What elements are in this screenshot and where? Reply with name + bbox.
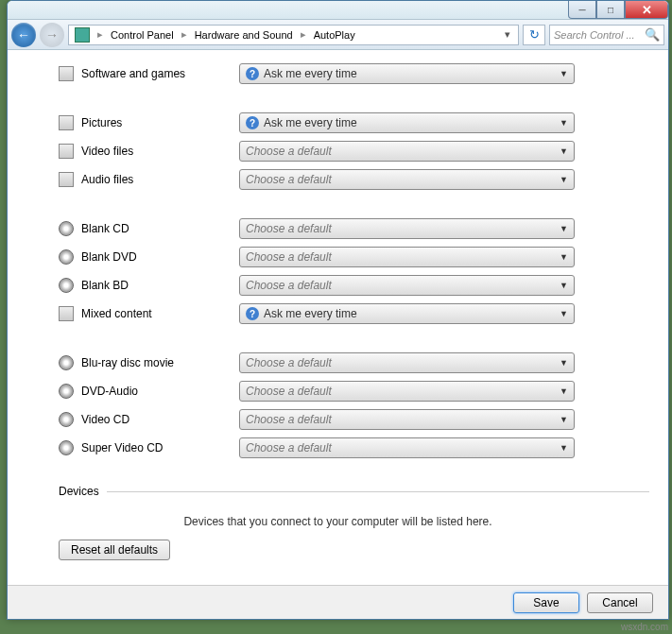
disc-icon (59, 249, 74, 265)
file-icon (59, 66, 74, 81)
maximize-button[interactable]: □ (596, 1, 625, 19)
breadcrumb[interactable]: ▸ Control Panel ▸ Hardware and Sound ▸ A… (68, 25, 519, 45)
row-label: DVD-Audio (81, 385, 138, 398)
action-dropdown[interactable]: Choose a default▼ (239, 218, 575, 239)
dropdown-value: Choose a default (246, 279, 332, 292)
dropdown-value: Choose a default (246, 222, 332, 235)
breadcrumb-item[interactable]: AutoPlay (310, 29, 359, 41)
titlebar[interactable]: ─ □ ✕ (8, 1, 668, 20)
row-label: Software and games (81, 67, 185, 80)
nav-back-button[interactable]: ← (11, 23, 36, 47)
row-label-area: Blank DVD (26, 249, 239, 265)
breadcrumb-dropdown-icon[interactable]: ▾ (499, 28, 516, 41)
reset-all-defaults-button[interactable]: Reset all defaults (59, 540, 170, 560)
action-dropdown[interactable]: Choose a default▼ (239, 352, 575, 373)
disc-icon (59, 440, 74, 455)
row-label: Pictures (81, 116, 122, 129)
disc-icon (59, 384, 74, 399)
footer-bar: Save Cancel (8, 585, 668, 619)
autoplay-row: Software and games?Ask me every time▼ (26, 60, 649, 88)
autoplay-row: Mixed content?Ask me every time▼ (26, 300, 649, 328)
autoplay-row: Super Video CDChoose a default▼ (26, 434, 649, 462)
chevron-down-icon: ▼ (560, 118, 568, 128)
row-label: Blank DVD (81, 250, 137, 264)
devices-heading: Devices (59, 485, 99, 498)
search-icon[interactable]: 🔍 (645, 27, 660, 42)
close-button[interactable]: ✕ (625, 1, 668, 19)
action-dropdown[interactable]: Choose a default▼ (239, 141, 575, 162)
control-panel-icon (75, 27, 90, 43)
refresh-button[interactable]: ↻ (523, 25, 545, 45)
autoplay-row: Video CDChoose a default▼ (26, 405, 649, 434)
file-icon (59, 115, 74, 130)
autoplay-row: DVD-AudioChoose a default▼ (26, 377, 649, 405)
dropdown-value: Choose a default (246, 250, 332, 264)
chevron-down-icon: ▼ (560, 146, 568, 156)
question-icon: ? (246, 67, 259, 80)
chevron-down-icon: ▼ (560, 358, 568, 368)
reset-row: Reset all defaults (26, 540, 649, 560)
devices-empty-message: Devices that you connect to your compute… (26, 515, 649, 528)
search-placeholder: Search Control ... (554, 29, 635, 41)
action-dropdown[interactable]: Choose a default▼ (239, 409, 575, 430)
chevron-right-icon[interactable]: ▸ (301, 28, 306, 41)
dropdown-value: Choose a default (246, 385, 332, 398)
action-dropdown[interactable]: ?Ask me every time▼ (239, 303, 575, 324)
action-dropdown[interactable]: Choose a default▼ (239, 381, 575, 402)
autoplay-row: Blu-ray disc movieChoose a default▼ (26, 349, 649, 377)
action-dropdown[interactable]: Choose a default▼ (239, 169, 575, 190)
chevron-right-icon[interactable]: ▸ (181, 28, 187, 41)
dropdown-value: Choose a default (246, 173, 332, 186)
action-dropdown[interactable]: Choose a default▼ (239, 247, 575, 267)
chevron-down-icon: ▼ (560, 309, 568, 318)
devices-section-header: Devices (26, 485, 649, 498)
content-area: Software and games?Ask me every time▼Pic… (8, 50, 668, 585)
row-label: Audio files (81, 173, 133, 186)
chevron-down-icon: ▼ (560, 386, 568, 396)
row-label: Super Video CD (81, 441, 164, 454)
chevron-down-icon: ▼ (560, 415, 568, 424)
row-label-area: DVD-Audio (26, 384, 239, 399)
disc-icon (59, 221, 74, 236)
watermark: wsxdn.com (621, 622, 668, 632)
dropdown-value: Choose a default (246, 413, 332, 426)
autoplay-row: Audio filesChoose a default▼ (26, 165, 649, 194)
row-label-area: Blank CD (26, 221, 239, 236)
action-dropdown[interactable]: ?Ask me every time▼ (239, 112, 575, 133)
action-dropdown[interactable]: ?Ask me every time▼ (239, 63, 575, 84)
save-button[interactable]: Save (513, 592, 579, 613)
nav-forward-button: → (40, 23, 64, 47)
action-dropdown[interactable]: Choose a default▼ (239, 275, 575, 296)
row-label-area: Pictures (26, 115, 239, 130)
dropdown-value: Choose a default (246, 356, 332, 369)
autoplay-row: Blank CDChoose a default▼ (26, 214, 649, 243)
row-label: Mixed content (81, 307, 152, 320)
file-icon (59, 144, 74, 159)
breadcrumb-item[interactable]: Control Panel (107, 29, 178, 41)
row-label-area: Video files (26, 144, 239, 159)
breadcrumb-item[interactable]: Hardware and Sound (191, 29, 297, 41)
row-label: Blank CD (81, 222, 129, 235)
dropdown-value: Ask me every time (264, 116, 357, 129)
row-label-area: Video CD (26, 412, 239, 427)
chevron-down-icon: ▼ (560, 443, 568, 453)
action-dropdown[interactable]: Choose a default▼ (239, 437, 575, 458)
autoplay-row: Pictures?Ask me every time▼ (26, 109, 649, 137)
chevron-right-icon[interactable]: ▸ (97, 28, 103, 41)
question-icon: ? (246, 116, 259, 129)
file-icon (59, 306, 74, 321)
cancel-button[interactable]: Cancel (587, 592, 653, 613)
dropdown-value: Ask me every time (264, 67, 357, 80)
dropdown-value: Choose a default (246, 145, 332, 158)
file-icon (59, 172, 74, 187)
minimize-button[interactable]: ─ (568, 1, 596, 19)
row-label-area: Software and games (26, 66, 239, 81)
row-label-area: Mixed content (26, 306, 239, 321)
search-input[interactable]: Search Control ... 🔍 (549, 25, 664, 45)
row-label: Blank BD (81, 279, 129, 292)
disc-icon (59, 412, 74, 427)
row-label-area: Super Video CD (26, 440, 239, 455)
disc-icon (59, 278, 74, 293)
autoplay-row: Blank BDChoose a default▼ (26, 271, 649, 300)
navbar: ← → ▸ Control Panel ▸ Hardware and Sound… (8, 20, 668, 50)
